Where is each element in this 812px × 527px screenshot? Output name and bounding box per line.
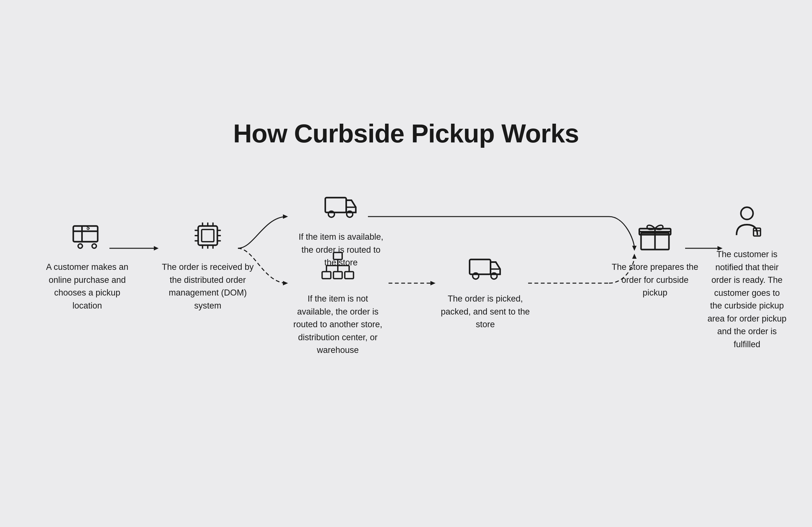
svg-rect-39 xyxy=(345,272,354,279)
svg-marker-3 xyxy=(283,281,288,286)
svg-point-16 xyxy=(92,244,97,248)
svg-rect-32 xyxy=(325,197,346,213)
svg-rect-19 xyxy=(202,230,214,242)
step3-bottom-node: If the item is not available, the order … xyxy=(292,250,384,357)
svg-rect-38 xyxy=(333,272,342,279)
svg-text:$: $ xyxy=(86,224,90,231)
step2-label: The order is received by the distributed… xyxy=(162,261,254,312)
svg-rect-45 xyxy=(470,259,491,274)
step6-node: The customer is notified that their orde… xyxy=(707,205,787,351)
svg-point-53 xyxy=(741,207,753,220)
svg-marker-5 xyxy=(431,281,435,286)
page-title: How Curbside Pickup Works xyxy=(233,119,579,148)
step4-bottom-node: The order is picked, packed, and sent to… xyxy=(439,250,531,331)
network-icon xyxy=(320,250,355,285)
svg-marker-1 xyxy=(154,246,159,250)
step5-node: The store prepares the order for curbsid… xyxy=(609,218,701,299)
step1-label: A customer makes an online purchase and … xyxy=(41,261,133,312)
truck-bottom-icon xyxy=(468,250,503,285)
svg-rect-37 xyxy=(322,272,331,279)
step6-label: The customer is notified that their orde… xyxy=(707,248,787,351)
step2-node: The order is received by the distributed… xyxy=(162,218,254,312)
svg-point-15 xyxy=(78,244,83,248)
cart-icon: $ xyxy=(70,218,105,253)
step4-bottom-label: The order is picked, packed, and sent to… xyxy=(439,292,531,331)
truck-top-icon xyxy=(323,188,359,223)
step5-label: The store prepares the order for curbsid… xyxy=(609,261,701,299)
svg-rect-12 xyxy=(73,226,98,242)
diagram: $ A customer makes an online purchase an… xyxy=(25,187,787,408)
cpu-icon xyxy=(190,218,225,253)
step3-bottom-label: If the item is not available, the order … xyxy=(292,292,384,357)
svg-rect-36 xyxy=(333,252,342,259)
gift-icon xyxy=(638,218,672,253)
step1-node: $ A customer makes an online purchase an… xyxy=(41,218,133,312)
person-icon xyxy=(729,205,765,240)
svg-marker-2 xyxy=(283,214,288,219)
